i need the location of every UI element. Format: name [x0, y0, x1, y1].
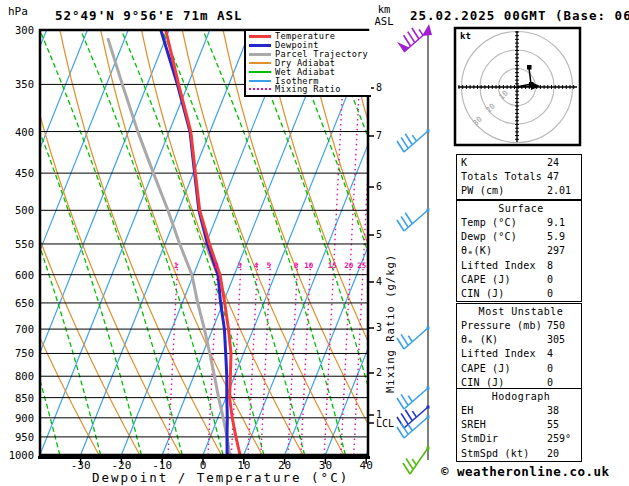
- wind-barb-dot: [427, 406, 430, 409]
- pressure-tick-label: 950: [4, 431, 34, 443]
- table-row: StmSpd (kt)20: [461, 447, 581, 461]
- table-row-label: Temp (°C): [461, 216, 547, 230]
- pressure-tick-label: 300: [4, 24, 34, 36]
- legend-swatch-dewpoint: [249, 44, 271, 47]
- mixing-ratio-label: 3: [237, 261, 242, 270]
- table-row-value: 0: [547, 362, 581, 376]
- legend-swatch-isotherm: [249, 80, 271, 82]
- mixing-ratio-label: 10: [304, 261, 313, 270]
- station-title: 52°49'N 9°56'E 71m ASL: [55, 8, 243, 23]
- table-row-value: 4: [547, 347, 581, 361]
- altitude-tick-label: 6: [376, 181, 392, 192]
- table-row-value: 297: [547, 244, 581, 258]
- legend-swatch-wet-adiabat: [249, 71, 271, 73]
- wind-barb-dot: [427, 387, 430, 390]
- temperature-tick-label: 40: [346, 459, 386, 472]
- hodograph-storm-vector: [517, 86, 533, 87]
- hodograph-table: HodographEH38SREH55StmDir259°StmSpd (kt)…: [456, 388, 582, 462]
- legend-swatch-parcel-trajectory: [249, 53, 271, 56]
- table-row-label: PW (cm): [461, 184, 547, 198]
- legend-swatch-dry-adiabat: [249, 62, 271, 64]
- table-row: PW (cm)2.01: [461, 184, 581, 198]
- pressure-tick-label: 750: [4, 347, 34, 359]
- pressure-tick-label: 800: [4, 370, 34, 382]
- altitude-axis-unit-asl: ASL: [370, 15, 398, 27]
- mixing-ratio-label: 8: [294, 261, 299, 270]
- wind-barb-dot: [427, 327, 430, 330]
- credit-footer: © weatheronline.co.uk: [441, 464, 610, 479]
- table-row: Temp (°C)9.1: [461, 216, 581, 230]
- pressure-tick-label: 500: [4, 204, 34, 216]
- table-row-value: 55: [547, 418, 581, 432]
- mixing-ratio-label: 5: [267, 261, 272, 270]
- wet-adiabat-line: [121, 30, 263, 455]
- xaxis-title: Dewpoint / Temperature (°C): [92, 470, 349, 485]
- pressure-tick-label: 1000: [4, 449, 34, 461]
- table-header: Most Unstable: [461, 305, 581, 319]
- table-row-label: θₑ(K): [461, 244, 547, 258]
- legend-label: Mixing Ratio: [275, 84, 341, 94]
- wind-barb: [397, 130, 430, 153]
- surface-table: SurfaceTemp (°C)9.1Dewp (°C)5.9θₑ(K)297L…: [456, 200, 582, 302]
- table-row-label: K: [461, 156, 547, 170]
- table-row-label: StmSpd (kt): [461, 447, 547, 461]
- pressure-axis-unit: hPa: [8, 5, 28, 18]
- table-row: Totals Totals47: [461, 170, 581, 184]
- table-row-value: 24: [547, 156, 581, 170]
- table-row: CAPE (J)0: [461, 362, 581, 376]
- pressure-tick-label: 900: [4, 412, 34, 424]
- table-header: Surface: [461, 202, 581, 216]
- table-row-value: 47: [547, 170, 581, 184]
- pressure-tick-label: 650: [4, 297, 34, 309]
- table-row-label: Pressure (mb): [461, 319, 547, 333]
- table-row: θₑ (K)305: [461, 333, 581, 347]
- mixing-ratio-label: 2: [214, 261, 219, 270]
- table-row-value: 20: [547, 447, 581, 461]
- hodograph: 102030: [455, 28, 580, 145]
- wind-barb-flag: [397, 42, 409, 52]
- table-row-label: CIN (J): [461, 287, 547, 301]
- table-row: StmDir259°: [461, 432, 581, 446]
- legend-item: Mixing Ratio: [249, 85, 371, 94]
- pressure-tick-label: 350: [4, 78, 34, 90]
- table-row-label: CAPE (J): [461, 273, 547, 287]
- mixing-ratio-label: 1: [174, 261, 179, 270]
- mixing-ratio-line: [261, 263, 271, 455]
- table-row-label: EH: [461, 404, 547, 418]
- table-row-value: 259°: [547, 432, 581, 446]
- wind-barb-dot: [427, 416, 430, 419]
- altitude-tick-label: 8: [376, 82, 392, 93]
- mixing-ratio-line: [248, 263, 258, 455]
- wind-barb: [403, 447, 430, 475]
- table-row-value: 305: [547, 333, 581, 347]
- mixing-ratio-line: [354, 88, 372, 455]
- table-row: Pressure (mb)750: [461, 319, 581, 333]
- wind-barb-dot: [427, 447, 430, 450]
- table-row: Lifted Index8: [461, 259, 581, 273]
- table-row-value: 2.01: [547, 184, 581, 198]
- table-row-value: 750: [547, 319, 581, 333]
- table-row-label: Lifted Index: [461, 259, 547, 273]
- legend: TemperatureDewpointParcel TrajectoryDry …: [244, 31, 371, 97]
- table-row-label: Totals Totals: [461, 170, 547, 184]
- table-row: θₑ(K)297: [461, 244, 581, 258]
- mixing-ratio-label: 20: [344, 261, 353, 270]
- altitude-tick-label: 7: [376, 130, 392, 141]
- indices-table: K24Totals Totals47PW (cm)2.01: [456, 154, 582, 200]
- lcl-label: LCL: [376, 418, 402, 429]
- table-row-label: Lifted Index: [461, 347, 547, 361]
- table-header: Hodograph: [461, 390, 581, 404]
- table-row-label: θₑ (K): [461, 333, 547, 347]
- table-row: CIN (J)0: [461, 287, 581, 301]
- table-row-label: CAPE (J): [461, 362, 547, 376]
- hodograph-unit-label: kt: [460, 31, 471, 41]
- table-row-value: 9.1: [547, 216, 581, 230]
- mixing-ratio-label: 4: [254, 261, 259, 270]
- table-row-value: 38: [547, 404, 581, 418]
- mixing-ratio-label: 25: [357, 261, 366, 270]
- wet-adiabat-line: [40, 30, 182, 455]
- legend-swatch-mixing-ratio: [249, 88, 271, 90]
- wind-barb: [397, 209, 430, 232]
- pressure-tick-label: 600: [4, 269, 34, 281]
- table-row: EH38: [461, 404, 581, 418]
